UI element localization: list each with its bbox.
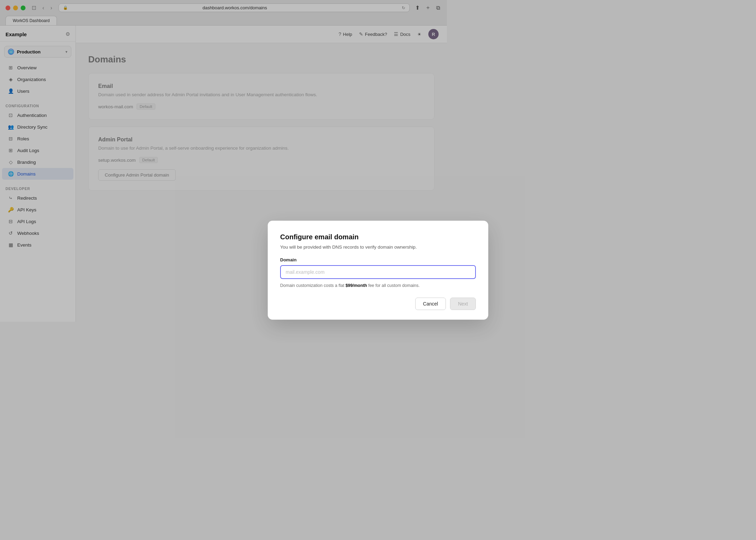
modal-title: Configure email domain [280, 233, 447, 241]
domain-label: Domain [280, 257, 447, 262]
form-note-suffix: fee for all custom domains. [367, 283, 420, 288]
form-note: Domain customization costs a flat $99/mo… [280, 283, 447, 288]
form-note-price: $99/month [346, 283, 367, 288]
main-content: ? Help ✎ Feedback? ☰ Docs ☀ R Domains Em… [76, 26, 447, 322]
modal-overlay: Configure email domain You will be provi… [76, 26, 447, 322]
form-note-prefix: Domain customization costs a flat [280, 283, 346, 288]
modal-description: You will be provided with DNS records to… [280, 244, 447, 250]
domain-input[interactable] [280, 265, 447, 279]
cancel-button[interactable]: Cancel [415, 298, 446, 310]
modal-actions: Cancel Next [280, 298, 447, 310]
app-container: Example ⚙ 🌐 Production ▾ ⊞ Overview ◈ Or… [0, 26, 447, 322]
configure-email-domain-modal: Configure email domain You will be provi… [268, 221, 447, 320]
